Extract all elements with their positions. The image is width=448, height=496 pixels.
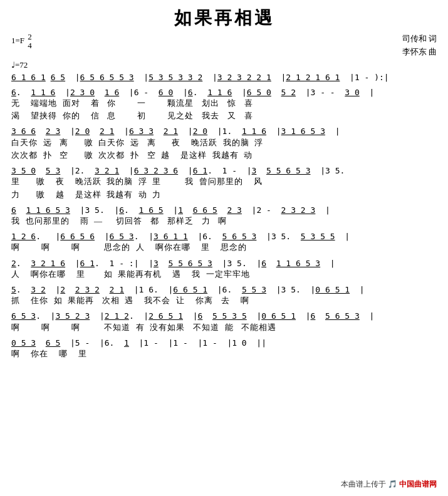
tempo: ♩=72 (11, 60, 437, 70)
score-section-4: 3 5 0 5 3 |2. 3 2 1 |6 3 2 3 6 |6 1. 1 -… (11, 166, 437, 200)
score-section-3: 3 6 6 2 3 |2 0 2 1 |6 3 3 2 1 |2 0 |1. 1… (11, 127, 437, 161)
page-title: 如果再相遇 (11, 6, 437, 30)
lyricist: 司传和 词 (402, 33, 437, 46)
authors: 司传和 词 李怀东 曲 (402, 33, 437, 59)
score-section-10: 0 5 3 6 5 |5 - |6. 1 |1 - |1 - |1 - |1 0… (11, 338, 437, 359)
score-section-7: 2. 3 2 1 6 |6 1. 1 - :| |3 5 5 6 5 3 |3 … (11, 259, 437, 280)
footer-text: 本曲谱上传于 (341, 479, 386, 490)
score-line-1: 6 1 6 1 6 5 |6 5 6 5 5 3 |5 3 5 3 3 2 |3… (11, 73, 437, 83)
score-section-9: 6 5 3. |3 5 2 3 |2 1 2. |2 6 5 1 |6 5 5 … (11, 311, 437, 333)
key-label: 1=F (11, 36, 24, 45)
score-section-6: 1 2 6. |6 6 5 6 |6 5 3. |3 6 1 1 |6. 5 6… (11, 232, 437, 253)
brand-logo: 🎵 中国曲谱网 (388, 479, 437, 490)
key-signature: 1=F 2 4 (11, 33, 32, 51)
time-signature: 2 4 (28, 33, 32, 51)
score-section-2: 6. 1 1 6 |2 3 0 1 6 |6 - 6 0 |6. 1 1 6 |… (11, 88, 437, 122)
score-section-8: 5. 3 2 |2 2 3 2 2 1 |1 6. |6 6 5 1 |6. 5… (11, 285, 437, 306)
score-section-5: 6 1 1 6 5 3 |3 5. |6. 1 6 5 |1 6 6 5 2 3… (11, 205, 437, 227)
footer: 本曲谱上传于 🎵 中国曲谱网 (341, 479, 437, 490)
composer: 李怀东 曲 (402, 46, 437, 59)
